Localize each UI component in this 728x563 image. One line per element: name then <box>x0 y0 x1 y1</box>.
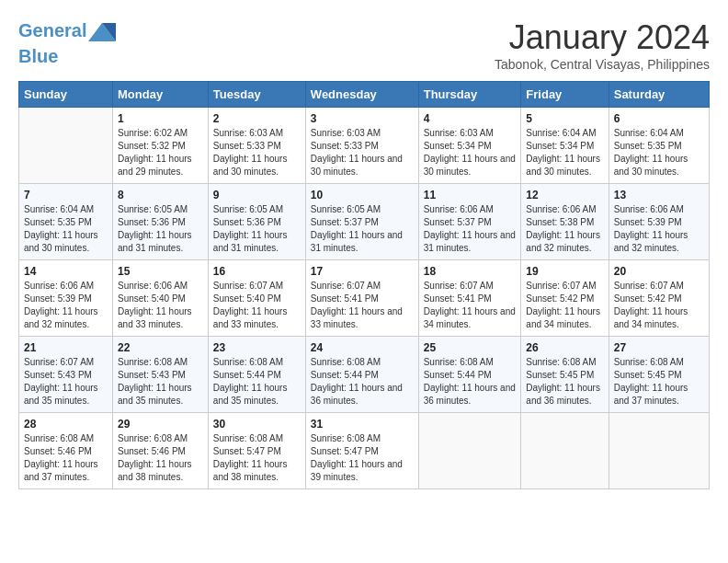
calendar-cell: 7Sunrise: 6:04 AM Sunset: 5:35 PM Daylig… <box>19 184 113 260</box>
calendar-cell: 1Sunrise: 6:02 AM Sunset: 5:32 PM Daylig… <box>113 108 209 184</box>
day-info: Sunrise: 6:02 AM Sunset: 5:32 PM Dayligh… <box>118 127 203 178</box>
weekday-header-cell: Monday <box>113 82 209 108</box>
day-number: 29 <box>118 418 203 431</box>
day-info: Sunrise: 6:07 AM Sunset: 5:40 PM Dayligh… <box>213 280 301 331</box>
day-number: 14 <box>24 265 108 278</box>
weekday-header-cell: Friday <box>521 82 609 108</box>
weekday-header-row: SundayMondayTuesdayWednesdayThursdayFrid… <box>19 82 710 108</box>
day-info: Sunrise: 6:04 AM Sunset: 5:35 PM Dayligh… <box>24 203 108 255</box>
logo-text: General Blue <box>18 18 116 66</box>
day-info: Sunrise: 6:05 AM Sunset: 5:36 PM Dayligh… <box>118 203 203 255</box>
calendar-cell: 20Sunrise: 6:07 AM Sunset: 5:42 PM Dayli… <box>609 260 709 337</box>
day-info: Sunrise: 6:05 AM Sunset: 5:36 PM Dayligh… <box>213 203 301 255</box>
day-info: Sunrise: 6:06 AM Sunset: 5:38 PM Dayligh… <box>526 203 603 255</box>
calendar-cell: 9Sunrise: 6:05 AM Sunset: 5:36 PM Daylig… <box>208 184 305 260</box>
day-number: 25 <box>424 341 517 354</box>
calendar-week-row: 28Sunrise: 6:08 AM Sunset: 5:46 PM Dayli… <box>19 413 710 489</box>
day-info: Sunrise: 6:05 AM Sunset: 5:37 PM Dayligh… <box>311 203 414 255</box>
day-number: 8 <box>118 189 203 201</box>
day-number: 1 <box>118 112 203 125</box>
day-number: 7 <box>24 189 108 201</box>
day-info: Sunrise: 6:04 AM Sunset: 5:34 PM Dayligh… <box>526 127 603 178</box>
day-number: 4 <box>424 112 517 125</box>
calendar-cell: 26Sunrise: 6:08 AM Sunset: 5:45 PM Dayli… <box>521 337 609 413</box>
day-info: Sunrise: 6:08 AM Sunset: 5:47 PM Dayligh… <box>213 432 301 484</box>
day-info: Sunrise: 6:03 AM Sunset: 5:33 PM Dayligh… <box>311 127 414 178</box>
calendar-cell <box>609 413 709 489</box>
day-info: Sunrise: 6:08 AM Sunset: 5:44 PM Dayligh… <box>311 356 414 408</box>
calendar-cell: 21Sunrise: 6:07 AM Sunset: 5:43 PM Dayli… <box>19 337 113 413</box>
day-number: 21 <box>24 341 108 354</box>
day-info: Sunrise: 6:07 AM Sunset: 5:42 PM Dayligh… <box>526 280 603 331</box>
calendar-cell: 8Sunrise: 6:05 AM Sunset: 5:36 PM Daylig… <box>113 184 209 260</box>
day-info: Sunrise: 6:08 AM Sunset: 5:46 PM Dayligh… <box>24 432 108 484</box>
day-number: 30 <box>213 418 301 431</box>
day-number: 16 <box>213 265 301 278</box>
calendar-cell: 30Sunrise: 6:08 AM Sunset: 5:47 PM Dayli… <box>208 413 305 489</box>
day-number: 11 <box>424 189 517 201</box>
calendar-cell: 14Sunrise: 6:06 AM Sunset: 5:39 PM Dayli… <box>19 260 113 337</box>
day-number: 9 <box>213 189 301 201</box>
calendar-week-row: 14Sunrise: 6:06 AM Sunset: 5:39 PM Dayli… <box>19 260 710 337</box>
day-number: 24 <box>311 341 414 354</box>
calendar-cell: 31Sunrise: 6:08 AM Sunset: 5:47 PM Dayli… <box>305 413 418 489</box>
calendar-cell: 22Sunrise: 6:08 AM Sunset: 5:43 PM Dayli… <box>113 337 209 413</box>
day-number: 27 <box>614 341 704 354</box>
logo: General Blue <box>18 18 116 66</box>
calendar-cell: 10Sunrise: 6:05 AM Sunset: 5:37 PM Dayli… <box>305 184 418 260</box>
calendar-cell: 29Sunrise: 6:08 AM Sunset: 5:46 PM Dayli… <box>113 413 209 489</box>
calendar-cell: 23Sunrise: 6:08 AM Sunset: 5:44 PM Dayli… <box>208 337 305 413</box>
calendar-cell: 3Sunrise: 6:03 AM Sunset: 5:33 PM Daylig… <box>305 108 418 184</box>
calendar-cell: 18Sunrise: 6:07 AM Sunset: 5:41 PM Dayli… <box>418 260 521 337</box>
weekday-header-cell: Sunday <box>19 82 113 108</box>
calendar-table: SundayMondayTuesdayWednesdayThursdayFrid… <box>18 81 710 489</box>
page-header: General Blue January 2024 Tabonok, Centr… <box>18 18 710 72</box>
calendar-cell: 4Sunrise: 6:03 AM Sunset: 5:34 PM Daylig… <box>418 108 521 184</box>
day-info: Sunrise: 6:08 AM Sunset: 5:47 PM Dayligh… <box>311 432 414 484</box>
day-info: Sunrise: 6:06 AM Sunset: 5:40 PM Dayligh… <box>118 280 203 331</box>
calendar-cell: 12Sunrise: 6:06 AM Sunset: 5:38 PM Dayli… <box>521 184 609 260</box>
day-info: Sunrise: 6:08 AM Sunset: 5:45 PM Dayligh… <box>526 356 603 408</box>
calendar-cell: 17Sunrise: 6:07 AM Sunset: 5:41 PM Dayli… <box>305 260 418 337</box>
calendar-week-row: 1Sunrise: 6:02 AM Sunset: 5:32 PM Daylig… <box>19 108 710 184</box>
day-info: Sunrise: 6:03 AM Sunset: 5:33 PM Dayligh… <box>213 127 301 178</box>
day-info: Sunrise: 6:06 AM Sunset: 5:37 PM Dayligh… <box>424 203 517 255</box>
calendar-cell: 27Sunrise: 6:08 AM Sunset: 5:45 PM Dayli… <box>609 337 709 413</box>
day-info: Sunrise: 6:07 AM Sunset: 5:41 PM Dayligh… <box>424 280 517 331</box>
calendar-cell <box>19 108 113 184</box>
day-info: Sunrise: 6:04 AM Sunset: 5:35 PM Dayligh… <box>614 127 704 178</box>
day-info: Sunrise: 6:08 AM Sunset: 5:43 PM Dayligh… <box>118 356 203 408</box>
calendar-body: 1Sunrise: 6:02 AM Sunset: 5:32 PM Daylig… <box>19 108 710 489</box>
calendar-cell: 11Sunrise: 6:06 AM Sunset: 5:37 PM Dayli… <box>418 184 521 260</box>
day-number: 12 <box>526 189 603 201</box>
calendar-cell: 2Sunrise: 6:03 AM Sunset: 5:33 PM Daylig… <box>208 108 305 184</box>
day-number: 15 <box>118 265 203 278</box>
day-info: Sunrise: 6:03 AM Sunset: 5:34 PM Dayligh… <box>424 127 517 178</box>
title-block: January 2024 Tabonok, Central Visayas, P… <box>495 18 710 72</box>
calendar-week-row: 21Sunrise: 6:07 AM Sunset: 5:43 PM Dayli… <box>19 337 710 413</box>
month-title: January 2024 <box>495 18 710 57</box>
day-number: 2 <box>213 112 301 125</box>
day-info: Sunrise: 6:07 AM Sunset: 5:41 PM Dayligh… <box>311 280 414 331</box>
location-text: Tabonok, Central Visayas, Philippines <box>495 57 710 72</box>
day-info: Sunrise: 6:06 AM Sunset: 5:39 PM Dayligh… <box>24 280 108 331</box>
weekday-header-cell: Thursday <box>418 82 521 108</box>
day-info: Sunrise: 6:08 AM Sunset: 5:46 PM Dayligh… <box>118 432 203 484</box>
weekday-header-cell: Saturday <box>609 82 709 108</box>
day-number: 5 <box>526 112 603 125</box>
day-number: 6 <box>614 112 704 125</box>
day-info: Sunrise: 6:07 AM Sunset: 5:42 PM Dayligh… <box>614 280 704 331</box>
day-number: 28 <box>24 418 108 431</box>
day-number: 31 <box>311 418 414 431</box>
day-number: 17 <box>311 265 414 278</box>
day-number: 10 <box>311 189 414 201</box>
weekday-header-cell: Wednesday <box>305 82 418 108</box>
day-info: Sunrise: 6:07 AM Sunset: 5:43 PM Dayligh… <box>24 356 108 408</box>
calendar-cell: 19Sunrise: 6:07 AM Sunset: 5:42 PM Dayli… <box>521 260 609 337</box>
calendar-cell: 15Sunrise: 6:06 AM Sunset: 5:40 PM Dayli… <box>113 260 209 337</box>
calendar-cell: 24Sunrise: 6:08 AM Sunset: 5:44 PM Dayli… <box>305 337 418 413</box>
day-number: 18 <box>424 265 517 278</box>
weekday-header-cell: Tuesday <box>208 82 305 108</box>
calendar-cell: 6Sunrise: 6:04 AM Sunset: 5:35 PM Daylig… <box>609 108 709 184</box>
calendar-cell: 28Sunrise: 6:08 AM Sunset: 5:46 PM Dayli… <box>19 413 113 489</box>
